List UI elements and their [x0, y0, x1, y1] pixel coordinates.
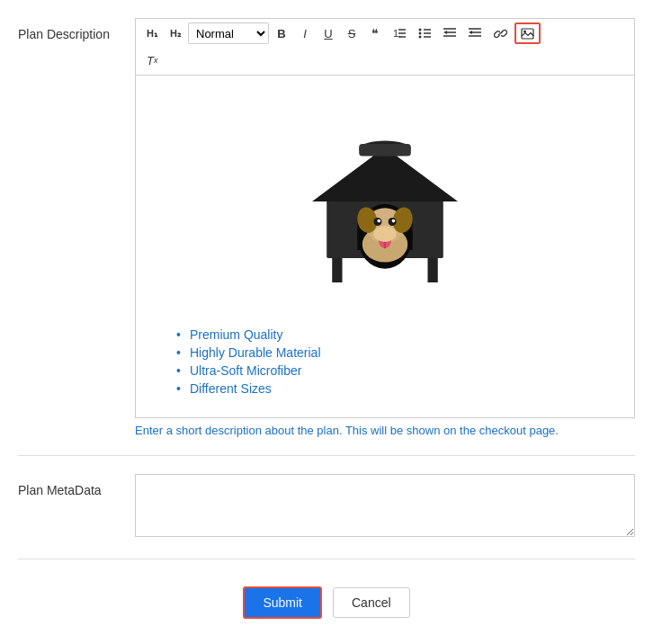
underline-button[interactable]: U	[318, 22, 339, 44]
svg-point-6	[419, 36, 422, 39]
hint-text-1: Enter a short description about the	[135, 424, 317, 437]
svg-point-38	[392, 219, 396, 223]
plan-metadata-field	[135, 474, 635, 541]
list-item-3: Ultra-Soft Microfiber	[190, 363, 616, 378]
svg-point-42	[373, 226, 396, 242]
editor-hint: Enter a short description about the plan…	[135, 424, 635, 437]
strikethrough-button[interactable]: S	[341, 22, 362, 44]
plan-description-field: H₁ H₂ Normal Heading 1 Heading 2 Heading…	[135, 18, 635, 437]
h2-button[interactable]: H₂	[165, 22, 186, 44]
hint-link[interactable]: plan	[317, 424, 339, 437]
indent-decrease-button[interactable]	[438, 22, 461, 44]
plan-metadata-row: Plan MetaData	[18, 474, 635, 541]
editor-content-area[interactable]: Premium Quality Highly Durable Material …	[135, 75, 635, 418]
hint-text-2: . This will be shown on the checkout pag…	[339, 424, 559, 437]
list-item-1: Premium Quality	[190, 327, 616, 342]
indent-increase-button[interactable]	[463, 22, 487, 44]
svg-point-37	[377, 219, 380, 223]
svg-marker-13	[443, 31, 447, 34]
cancel-button[interactable]: Cancel	[333, 587, 410, 618]
metadata-textarea[interactable]	[135, 474, 635, 537]
dog-house-image	[295, 94, 475, 309]
italic-button[interactable]: I	[294, 22, 316, 44]
svg-marker-17	[469, 31, 472, 34]
submit-button[interactable]: Submit	[243, 586, 322, 619]
submit-row: Submit Cancel	[18, 577, 635, 628]
plan-metadata-label: Plan MetaData	[18, 474, 135, 497]
h1-button[interactable]: H₁	[141, 22, 163, 44]
list-item-4: Different Sizes	[190, 381, 616, 396]
bold-button[interactable]: B	[271, 22, 292, 44]
list-item-2: Highly Durable Material	[190, 345, 616, 360]
plan-description-row: Plan Description H₁ H₂ Normal Heading 1 …	[18, 18, 635, 437]
divider-1	[18, 455, 635, 456]
link-button[interactable]	[488, 22, 513, 44]
feature-list: Premium Quality Highly Durable Material …	[154, 327, 616, 399]
svg-point-20	[523, 30, 526, 32]
divider-2	[18, 559, 635, 559]
image-button[interactable]	[514, 22, 541, 44]
ordered-list-button[interactable]: 1.	[388, 22, 411, 44]
format-select[interactable]: Normal Heading 1 Heading 2 Heading 3	[188, 22, 269, 44]
editor-toolbar-row2: Tx	[135, 48, 635, 75]
quote-button[interactable]: ❝	[364, 22, 386, 44]
svg-rect-28	[359, 144, 411, 157]
plan-description-label: Plan Description	[18, 18, 135, 41]
clear-format-button[interactable]: Tx	[141, 49, 163, 71]
unordered-list-button[interactable]	[413, 22, 436, 44]
svg-point-4	[419, 29, 422, 31]
editor-toolbar: H₁ H₂ Normal Heading 1 Heading 2 Heading…	[135, 18, 635, 48]
svg-point-5	[419, 32, 422, 35]
